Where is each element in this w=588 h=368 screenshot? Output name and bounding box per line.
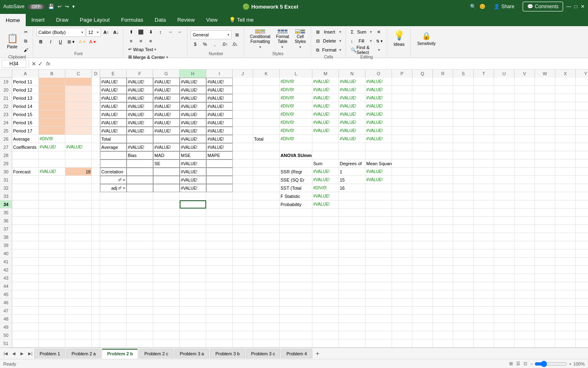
cell-C30[interactable]: 18 — [65, 168, 92, 176]
cell-C40[interactable] — [65, 249, 92, 258]
cell-O31[interactable]: #VALUE! — [365, 176, 392, 184]
cell-U45[interactable] — [494, 290, 514, 298]
cell-E38[interactable] — [100, 233, 127, 241]
cell-R35[interactable] — [433, 209, 453, 217]
cell-K19[interactable] — [253, 78, 280, 86]
cell-J24[interactable] — [233, 119, 253, 127]
cell-X29[interactable] — [555, 159, 576, 168]
cell-P37[interactable] — [392, 225, 412, 233]
italic-button[interactable]: I — [46, 38, 55, 46]
cell-X49[interactable] — [555, 323, 576, 331]
increase-font-size-button[interactable]: A↑ — [102, 28, 111, 36]
cell-B44[interactable] — [39, 282, 65, 290]
cell-A47[interactable] — [12, 307, 39, 315]
cell-T51[interactable] — [474, 339, 494, 348]
cell-R31[interactable] — [433, 176, 453, 184]
tab-nav-first[interactable]: |◀ — [2, 350, 10, 358]
cell-N46[interactable] — [339, 298, 365, 307]
cell-R51[interactable] — [433, 339, 453, 348]
fill-color-button[interactable]: A ▾ — [77, 38, 87, 46]
cell-X42[interactable] — [555, 266, 576, 274]
cell-D28[interactable] — [92, 151, 100, 159]
cell-D43[interactable] — [92, 274, 100, 282]
cell-T32[interactable] — [474, 184, 494, 192]
cell-J48[interactable] — [233, 315, 253, 323]
cell-O22[interactable]: #VALUE! — [365, 102, 392, 110]
cell-T37[interactable] — [474, 225, 494, 233]
cell-O23[interactable]: #VALUE! — [365, 110, 392, 119]
cell-Q22[interactable] — [412, 102, 433, 110]
border-button[interactable]: ⊞ ▾ — [66, 38, 76, 46]
col-header-U[interactable]: U — [494, 70, 514, 78]
cell-D26[interactable] — [92, 135, 100, 143]
cell-S37[interactable] — [453, 225, 474, 233]
cell-A19[interactable]: Period 11 — [12, 78, 39, 86]
increase-decimal-button[interactable]: .0↑ — [220, 40, 229, 48]
cell-K40[interactable] — [253, 249, 280, 258]
cell-D24[interactable] — [92, 119, 100, 127]
cell-R49[interactable] — [433, 323, 453, 331]
cell-G31[interactable] — [153, 176, 180, 184]
cell-J38[interactable] — [233, 233, 253, 241]
cell-E48[interactable] — [100, 315, 127, 323]
cell-W35[interactable] — [535, 209, 555, 217]
cell-I49[interactable] — [206, 323, 233, 331]
cell-G40[interactable] — [153, 249, 180, 258]
cell-D19[interactable] — [92, 78, 100, 86]
cell-U48[interactable] — [494, 315, 514, 323]
cell-V32[interactable] — [514, 184, 535, 192]
cell-T42[interactable] — [474, 266, 494, 274]
cell-T31[interactable] — [474, 176, 494, 184]
cell-G27[interactable]: #VALUE! — [153, 143, 180, 151]
cell-L30[interactable]: SSR (Regr — [280, 168, 312, 176]
cell-M21[interactable]: #VALUE! — [312, 94, 339, 102]
add-sheet-button[interactable]: + — [313, 349, 322, 358]
formula-input[interactable] — [53, 61, 586, 67]
cell-K37[interactable] — [253, 225, 280, 233]
cell-U42[interactable] — [494, 266, 514, 274]
cell-K43[interactable] — [253, 274, 280, 282]
cell-B24[interactable] — [39, 119, 65, 127]
cell-H40[interactable] — [180, 249, 206, 258]
cell-J37[interactable] — [233, 225, 253, 233]
font-color-button[interactable]: A ▾ — [88, 38, 98, 46]
cell-V25[interactable] — [514, 127, 535, 135]
cell-H49[interactable] — [180, 323, 206, 331]
cell-A51[interactable] — [12, 339, 39, 348]
cell-B38[interactable] — [39, 233, 65, 241]
cell-R34[interactable] — [433, 200, 453, 209]
cell-D33[interactable] — [92, 192, 100, 200]
cell-Y47[interactable] — [576, 307, 588, 315]
cell-N21[interactable]: #VALUE! — [339, 94, 365, 102]
cell-K29[interactable] — [253, 159, 280, 168]
cell-U23[interactable] — [494, 110, 514, 119]
cell-G21[interactable]: #VALUE! — [153, 94, 180, 102]
cell-K26[interactable]: Total — [253, 135, 280, 143]
cell-Q29[interactable] — [412, 159, 433, 168]
cell-U19[interactable] — [494, 78, 514, 86]
cell-A23[interactable]: Period 15 — [12, 110, 39, 119]
cell-G38[interactable] — [153, 233, 180, 241]
cell-X19[interactable] — [555, 78, 576, 86]
cell-U33[interactable] — [494, 192, 514, 200]
cell-U32[interactable] — [494, 184, 514, 192]
cell-O43[interactable] — [365, 274, 392, 282]
cell-Y20[interactable] — [576, 86, 588, 94]
indent-increase-button[interactable]: → — [166, 28, 175, 36]
cell-I48[interactable] — [206, 315, 233, 323]
tab-formulas[interactable]: Formulas — [116, 13, 149, 26]
cell-U34[interactable] — [494, 200, 514, 209]
bold-button[interactable]: B — [36, 38, 45, 46]
cell-G25[interactable]: #VALUE! — [153, 127, 180, 135]
cell-A46[interactable] — [12, 298, 39, 307]
cell-Q50[interactable] — [412, 331, 433, 339]
cell-A37[interactable] — [12, 225, 39, 233]
tab-nav-prev[interactable]: ◀ — [10, 350, 18, 358]
cell-B46[interactable] — [39, 298, 65, 307]
cell-R46[interactable] — [433, 298, 453, 307]
cell-P41[interactable] — [392, 258, 412, 266]
cell-Y42[interactable] — [576, 266, 588, 274]
page-break-icon[interactable]: ⊡ — [523, 361, 527, 366]
cell-X44[interactable] — [555, 282, 576, 290]
cell-I25[interactable]: #VALUE! — [206, 127, 233, 135]
